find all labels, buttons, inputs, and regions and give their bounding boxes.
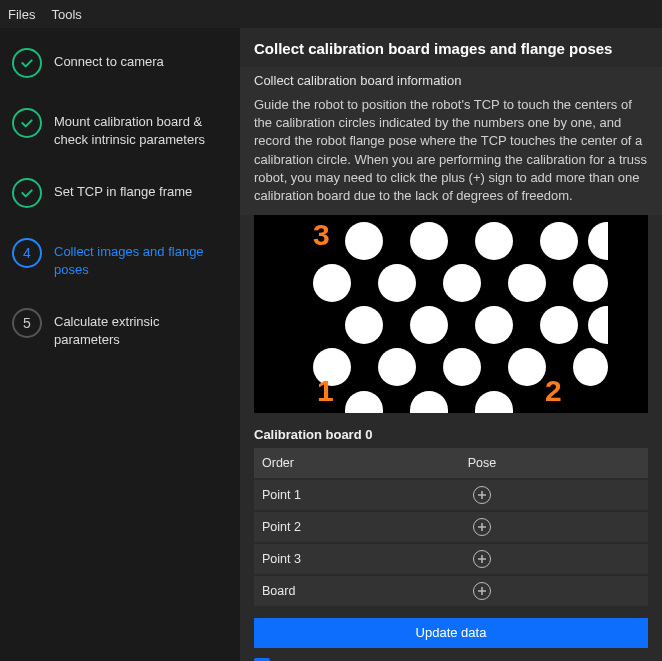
row-order: Board bbox=[254, 584, 316, 598]
header-pose: Pose bbox=[316, 456, 648, 470]
step-calculate-extrinsic[interactable]: 5 Calculate extrinsic parameters bbox=[12, 308, 228, 348]
check-icon bbox=[12, 178, 42, 208]
steps-sidebar: Connect to camera Mount calibration boar… bbox=[0, 28, 240, 661]
check-icon bbox=[12, 48, 42, 78]
menu-bar: Files Tools bbox=[0, 0, 662, 28]
table-row: Point 3 bbox=[254, 544, 648, 574]
step-label: Set TCP in flange frame bbox=[54, 178, 192, 201]
step-connect-camera[interactable]: Connect to camera bbox=[12, 48, 228, 78]
preview-number-1: 1 bbox=[317, 374, 334, 408]
row-order: Point 1 bbox=[254, 488, 316, 502]
save-images-row: Save images bbox=[240, 654, 662, 661]
section-description: Guide the robot to position the robot's … bbox=[240, 92, 662, 215]
step-number-icon: 5 bbox=[12, 308, 42, 338]
preview-number-2: 2 bbox=[545, 374, 562, 408]
check-icon bbox=[12, 108, 42, 138]
table-row: Point 2 bbox=[254, 512, 648, 542]
step-collect-images[interactable]: 4 Collect images and flange poses bbox=[12, 238, 228, 278]
add-pose-button[interactable] bbox=[473, 550, 491, 568]
calibration-board-preview: 3 1 2 bbox=[254, 215, 648, 413]
add-pose-button[interactable] bbox=[473, 582, 491, 600]
menu-tools[interactable]: Tools bbox=[51, 7, 81, 22]
step-mount-board[interactable]: Mount calibration board & check intrinsi… bbox=[12, 108, 228, 148]
step-label: Mount calibration board & check intrinsi… bbox=[54, 108, 228, 148]
header-order: Order bbox=[254, 456, 316, 470]
step-label: Connect to camera bbox=[54, 48, 164, 71]
step-label: Collect images and flange poses bbox=[54, 238, 228, 278]
table-row: Board bbox=[254, 576, 648, 606]
step-label: Calculate extrinsic parameters bbox=[54, 308, 228, 348]
step-number-icon: 4 bbox=[12, 238, 42, 268]
table-row: Point 1 bbox=[254, 480, 648, 510]
section-subheader: Collect calibration board information bbox=[240, 67, 662, 92]
content-panel: Collect calibration board images and fla… bbox=[240, 28, 662, 661]
add-pose-button[interactable] bbox=[473, 486, 491, 504]
content-scroll[interactable]: Collect calibration board information Gu… bbox=[240, 67, 662, 661]
calibration-board-label: Calibration board 0 bbox=[240, 423, 662, 448]
update-data-button[interactable]: Update data bbox=[254, 618, 648, 648]
menu-files[interactable]: Files bbox=[8, 7, 35, 22]
page-title: Collect calibration board images and fla… bbox=[240, 28, 662, 67]
row-order: Point 3 bbox=[254, 552, 316, 566]
row-order: Point 2 bbox=[254, 520, 316, 534]
add-pose-button[interactable] bbox=[473, 518, 491, 536]
preview-number-3: 3 bbox=[313, 218, 330, 252]
main-layout: Connect to camera Mount calibration boar… bbox=[0, 28, 662, 661]
pose-table: Order Pose Point 1 Point 2 Point 3 Board bbox=[240, 448, 662, 606]
table-header: Order Pose bbox=[254, 448, 648, 478]
step-set-tcp[interactable]: Set TCP in flange frame bbox=[12, 178, 228, 208]
